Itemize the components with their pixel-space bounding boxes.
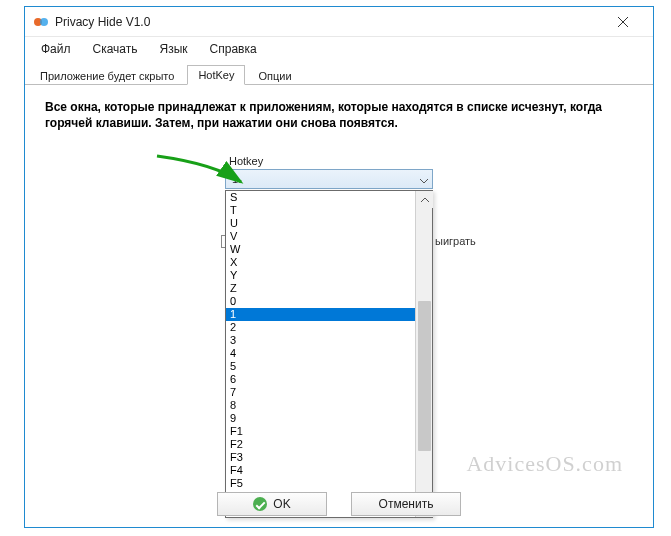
- tab-content: Все окна, которые принадлежат к приложен…: [25, 85, 653, 495]
- hotkey-selected-value: 1: [232, 173, 238, 185]
- cancel-label: Отменить: [379, 497, 434, 511]
- cancel-button[interactable]: Отменить: [351, 492, 461, 516]
- app-icon: [33, 14, 49, 30]
- check-icon: [253, 497, 267, 511]
- dropdown-option[interactable]: 0: [226, 295, 415, 308]
- dropdown-option[interactable]: 6: [226, 373, 415, 386]
- description-text: Все окна, которые принадлежат к приложен…: [45, 99, 633, 131]
- dropdown-option[interactable]: 5: [226, 360, 415, 373]
- dropdown-scrollbar[interactable]: [415, 191, 432, 517]
- dropdown-option[interactable]: 7: [226, 386, 415, 399]
- dropdown-option[interactable]: Y: [226, 269, 415, 282]
- dropdown-option[interactable]: X: [226, 256, 415, 269]
- dialog-buttons: OK Отменить: [25, 489, 653, 519]
- titlebar: Privacy Hide V1.0: [25, 7, 653, 37]
- app-window: Privacy Hide V1.0 Файл Скачать Язык Спра…: [24, 6, 654, 528]
- hotkey-label: Hotkey: [225, 155, 433, 167]
- svg-point-1: [40, 18, 48, 26]
- dropdown-option[interactable]: T: [226, 204, 415, 217]
- sound-label: ыиграть: [435, 235, 476, 247]
- dropdown-option[interactable]: F2: [226, 438, 415, 451]
- scroll-up-button[interactable]: [416, 191, 433, 208]
- dropdown-option[interactable]: S: [226, 191, 415, 204]
- watermark: AdvicesOS.com: [466, 451, 623, 477]
- dropdown-option[interactable]: 2: [226, 321, 415, 334]
- ok-label: OK: [273, 497, 290, 511]
- chevron-down-icon: [420, 175, 428, 183]
- dropdown-option[interactable]: 4: [226, 347, 415, 360]
- chevron-up-icon: [421, 196, 429, 204]
- menu-download[interactable]: Скачать: [83, 39, 148, 59]
- scroll-thumb[interactable]: [418, 301, 431, 451]
- tab-strip: Приложение будет скрыто HotKey Опции: [25, 61, 653, 85]
- close-button[interactable]: [601, 7, 645, 37]
- menu-file[interactable]: Файл: [31, 39, 81, 59]
- tab-options[interactable]: Опции: [247, 66, 302, 85]
- dropdown-option[interactable]: 8: [226, 399, 415, 412]
- dropdown-option[interactable]: V: [226, 230, 415, 243]
- tab-hotkey[interactable]: HotKey: [187, 65, 245, 85]
- close-icon: [618, 17, 628, 27]
- menu-language[interactable]: Язык: [150, 39, 198, 59]
- dropdown-option[interactable]: U: [226, 217, 415, 230]
- hotkey-dropdown: STUVWXYZ0123456789F1F2F3F4F5F6F7F8F9F10F…: [225, 190, 433, 518]
- ok-button[interactable]: OK: [217, 492, 327, 516]
- tab-app-hidden[interactable]: Приложение будет скрыто: [29, 66, 185, 85]
- dropdown-option[interactable]: 9: [226, 412, 415, 425]
- menubar: Файл Скачать Язык Справка: [25, 37, 653, 61]
- hotkey-combobox[interactable]: 1: [225, 169, 433, 189]
- dropdown-list: STUVWXYZ0123456789F1F2F3F4F5F6F7F8F9F10F…: [226, 191, 415, 517]
- dropdown-option[interactable]: 1: [226, 308, 415, 321]
- dropdown-option[interactable]: F4: [226, 464, 415, 477]
- hotkey-group: Hotkey 1: [225, 155, 433, 189]
- menu-help[interactable]: Справка: [200, 39, 267, 59]
- dropdown-option[interactable]: 3: [226, 334, 415, 347]
- dropdown-option[interactable]: Z: [226, 282, 415, 295]
- window-title: Privacy Hide V1.0: [55, 15, 601, 29]
- dropdown-option[interactable]: F3: [226, 451, 415, 464]
- dropdown-option[interactable]: W: [226, 243, 415, 256]
- dropdown-option[interactable]: F1: [226, 425, 415, 438]
